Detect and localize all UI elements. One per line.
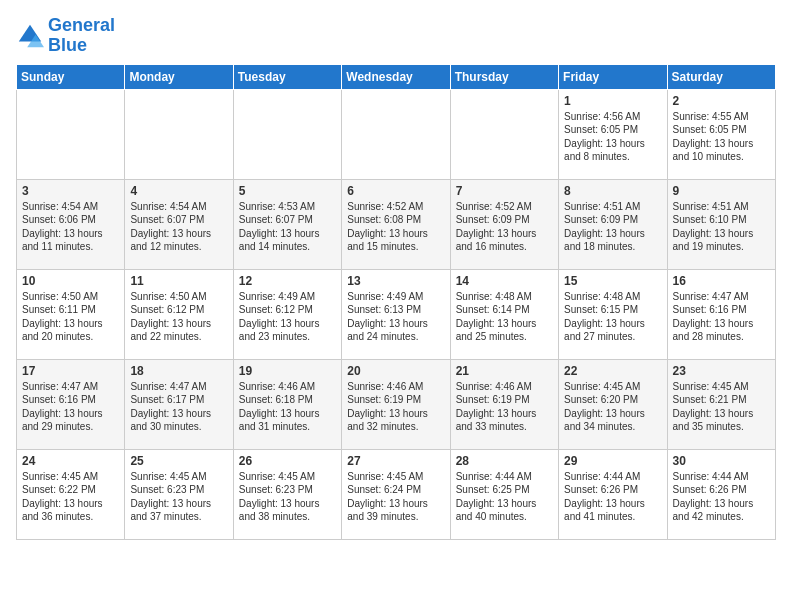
calendar: SundayMondayTuesdayWednesdayThursdayFrid… <box>16 64 776 540</box>
weekday-sunday: Sunday <box>17 64 125 89</box>
calendar-cell <box>17 89 125 179</box>
day-number: 4 <box>130 184 227 198</box>
day-number: 28 <box>456 454 553 468</box>
calendar-cell: 20Sunrise: 4:46 AM Sunset: 6:19 PM Dayli… <box>342 359 450 449</box>
day-info: Sunrise: 4:46 AM Sunset: 6:18 PM Dayligh… <box>239 380 336 434</box>
day-number: 22 <box>564 364 661 378</box>
day-info: Sunrise: 4:45 AM Sunset: 6:23 PM Dayligh… <box>239 470 336 524</box>
day-info: Sunrise: 4:55 AM Sunset: 6:05 PM Dayligh… <box>673 110 770 164</box>
calendar-cell: 29Sunrise: 4:44 AM Sunset: 6:26 PM Dayli… <box>559 449 667 539</box>
day-info: Sunrise: 4:50 AM Sunset: 6:11 PM Dayligh… <box>22 290 119 344</box>
calendar-body: 1Sunrise: 4:56 AM Sunset: 6:05 PM Daylig… <box>17 89 776 539</box>
calendar-cell: 23Sunrise: 4:45 AM Sunset: 6:21 PM Dayli… <box>667 359 775 449</box>
day-info: Sunrise: 4:51 AM Sunset: 6:09 PM Dayligh… <box>564 200 661 254</box>
weekday-thursday: Thursday <box>450 64 558 89</box>
day-number: 11 <box>130 274 227 288</box>
day-info: Sunrise: 4:54 AM Sunset: 6:06 PM Dayligh… <box>22 200 119 254</box>
calendar-cell: 10Sunrise: 4:50 AM Sunset: 6:11 PM Dayli… <box>17 269 125 359</box>
day-number: 12 <box>239 274 336 288</box>
calendar-header: SundayMondayTuesdayWednesdayThursdayFrid… <box>17 64 776 89</box>
day-number: 16 <box>673 274 770 288</box>
calendar-cell: 3Sunrise: 4:54 AM Sunset: 6:06 PM Daylig… <box>17 179 125 269</box>
calendar-cell: 17Sunrise: 4:47 AM Sunset: 6:16 PM Dayli… <box>17 359 125 449</box>
day-number: 15 <box>564 274 661 288</box>
day-info: Sunrise: 4:52 AM Sunset: 6:09 PM Dayligh… <box>456 200 553 254</box>
calendar-cell: 27Sunrise: 4:45 AM Sunset: 6:24 PM Dayli… <box>342 449 450 539</box>
day-info: Sunrise: 4:51 AM Sunset: 6:10 PM Dayligh… <box>673 200 770 254</box>
calendar-cell <box>342 89 450 179</box>
day-info: Sunrise: 4:45 AM Sunset: 6:22 PM Dayligh… <box>22 470 119 524</box>
calendar-cell: 11Sunrise: 4:50 AM Sunset: 6:12 PM Dayli… <box>125 269 233 359</box>
calendar-cell: 22Sunrise: 4:45 AM Sunset: 6:20 PM Dayli… <box>559 359 667 449</box>
calendar-cell: 8Sunrise: 4:51 AM Sunset: 6:09 PM Daylig… <box>559 179 667 269</box>
calendar-week-1: 3Sunrise: 4:54 AM Sunset: 6:06 PM Daylig… <box>17 179 776 269</box>
calendar-cell: 16Sunrise: 4:47 AM Sunset: 6:16 PM Dayli… <box>667 269 775 359</box>
calendar-cell: 21Sunrise: 4:46 AM Sunset: 6:19 PM Dayli… <box>450 359 558 449</box>
day-info: Sunrise: 4:47 AM Sunset: 6:16 PM Dayligh… <box>673 290 770 344</box>
day-info: Sunrise: 4:54 AM Sunset: 6:07 PM Dayligh… <box>130 200 227 254</box>
calendar-cell: 24Sunrise: 4:45 AM Sunset: 6:22 PM Dayli… <box>17 449 125 539</box>
calendar-cell: 1Sunrise: 4:56 AM Sunset: 6:05 PM Daylig… <box>559 89 667 179</box>
day-info: Sunrise: 4:50 AM Sunset: 6:12 PM Dayligh… <box>130 290 227 344</box>
calendar-week-3: 17Sunrise: 4:47 AM Sunset: 6:16 PM Dayli… <box>17 359 776 449</box>
weekday-monday: Monday <box>125 64 233 89</box>
day-number: 17 <box>22 364 119 378</box>
day-info: Sunrise: 4:45 AM Sunset: 6:23 PM Dayligh… <box>130 470 227 524</box>
day-number: 14 <box>456 274 553 288</box>
day-number: 6 <box>347 184 444 198</box>
day-number: 30 <box>673 454 770 468</box>
day-number: 7 <box>456 184 553 198</box>
weekday-tuesday: Tuesday <box>233 64 341 89</box>
day-number: 24 <box>22 454 119 468</box>
day-number: 18 <box>130 364 227 378</box>
day-number: 5 <box>239 184 336 198</box>
calendar-cell: 7Sunrise: 4:52 AM Sunset: 6:09 PM Daylig… <box>450 179 558 269</box>
day-number: 20 <box>347 364 444 378</box>
day-info: Sunrise: 4:45 AM Sunset: 6:24 PM Dayligh… <box>347 470 444 524</box>
day-number: 10 <box>22 274 119 288</box>
weekday-friday: Friday <box>559 64 667 89</box>
day-info: Sunrise: 4:47 AM Sunset: 6:17 PM Dayligh… <box>130 380 227 434</box>
calendar-cell: 13Sunrise: 4:49 AM Sunset: 6:13 PM Dayli… <box>342 269 450 359</box>
day-info: Sunrise: 4:48 AM Sunset: 6:15 PM Dayligh… <box>564 290 661 344</box>
calendar-cell <box>233 89 341 179</box>
calendar-cell <box>125 89 233 179</box>
calendar-cell: 14Sunrise: 4:48 AM Sunset: 6:14 PM Dayli… <box>450 269 558 359</box>
day-number: 9 <box>673 184 770 198</box>
day-number: 13 <box>347 274 444 288</box>
day-info: Sunrise: 4:45 AM Sunset: 6:20 PM Dayligh… <box>564 380 661 434</box>
calendar-cell: 6Sunrise: 4:52 AM Sunset: 6:08 PM Daylig… <box>342 179 450 269</box>
page-header: General Blue <box>16 16 776 56</box>
day-number: 27 <box>347 454 444 468</box>
weekday-wednesday: Wednesday <box>342 64 450 89</box>
calendar-cell: 19Sunrise: 4:46 AM Sunset: 6:18 PM Dayli… <box>233 359 341 449</box>
weekday-header-row: SundayMondayTuesdayWednesdayThursdayFrid… <box>17 64 776 89</box>
day-number: 19 <box>239 364 336 378</box>
day-info: Sunrise: 4:53 AM Sunset: 6:07 PM Dayligh… <box>239 200 336 254</box>
day-info: Sunrise: 4:44 AM Sunset: 6:25 PM Dayligh… <box>456 470 553 524</box>
day-number: 3 <box>22 184 119 198</box>
day-info: Sunrise: 4:49 AM Sunset: 6:12 PM Dayligh… <box>239 290 336 344</box>
calendar-cell: 18Sunrise: 4:47 AM Sunset: 6:17 PM Dayli… <box>125 359 233 449</box>
calendar-week-0: 1Sunrise: 4:56 AM Sunset: 6:05 PM Daylig… <box>17 89 776 179</box>
day-info: Sunrise: 4:48 AM Sunset: 6:14 PM Dayligh… <box>456 290 553 344</box>
day-number: 21 <box>456 364 553 378</box>
calendar-week-2: 10Sunrise: 4:50 AM Sunset: 6:11 PM Dayli… <box>17 269 776 359</box>
day-number: 8 <box>564 184 661 198</box>
calendar-cell: 9Sunrise: 4:51 AM Sunset: 6:10 PM Daylig… <box>667 179 775 269</box>
day-info: Sunrise: 4:45 AM Sunset: 6:21 PM Dayligh… <box>673 380 770 434</box>
calendar-cell: 30Sunrise: 4:44 AM Sunset: 6:26 PM Dayli… <box>667 449 775 539</box>
day-number: 26 <box>239 454 336 468</box>
day-number: 1 <box>564 94 661 108</box>
calendar-cell: 12Sunrise: 4:49 AM Sunset: 6:12 PM Dayli… <box>233 269 341 359</box>
logo-icon <box>16 22 44 50</box>
weekday-saturday: Saturday <box>667 64 775 89</box>
day-info: Sunrise: 4:44 AM Sunset: 6:26 PM Dayligh… <box>673 470 770 524</box>
calendar-cell: 28Sunrise: 4:44 AM Sunset: 6:25 PM Dayli… <box>450 449 558 539</box>
day-number: 2 <box>673 94 770 108</box>
logo-text: General Blue <box>48 16 115 56</box>
calendar-cell: 4Sunrise: 4:54 AM Sunset: 6:07 PM Daylig… <box>125 179 233 269</box>
calendar-cell: 5Sunrise: 4:53 AM Sunset: 6:07 PM Daylig… <box>233 179 341 269</box>
day-info: Sunrise: 4:56 AM Sunset: 6:05 PM Dayligh… <box>564 110 661 164</box>
day-info: Sunrise: 4:46 AM Sunset: 6:19 PM Dayligh… <box>347 380 444 434</box>
